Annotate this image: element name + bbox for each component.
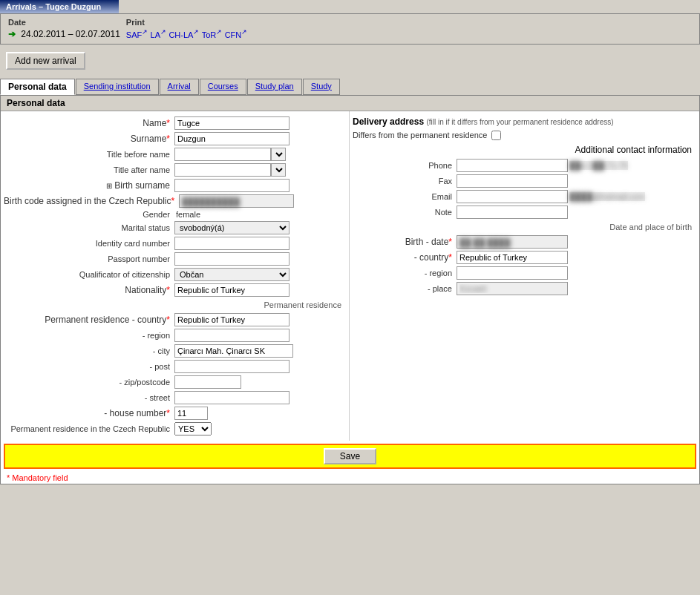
birth-code-row: Birth code assigned in the Czech Republi… bbox=[4, 194, 346, 208]
name-input[interactable] bbox=[174, 116, 290, 130]
perm-region-input[interactable] bbox=[174, 329, 290, 342]
date-value: ➔ 24.02.2011 – 02.07.2011 bbox=[5, 27, 123, 41]
tab-personal-data[interactable]: Personal data bbox=[0, 79, 75, 95]
fax-label: Fax bbox=[353, 177, 457, 185]
perm-zip-input[interactable] bbox=[174, 375, 241, 389]
nationality-input[interactable] bbox=[174, 283, 290, 297]
tor-link[interactable]: ToR bbox=[202, 30, 223, 39]
tab-study-plan[interactable]: Study plan bbox=[247, 79, 302, 95]
phone-input[interactable] bbox=[457, 159, 568, 172]
name-row: Name* bbox=[4, 116, 346, 130]
gender-label: Gender bbox=[4, 210, 174, 219]
title-before-input[interactable] bbox=[174, 148, 271, 161]
content-area: Personal data Name* Surname* Title befor… bbox=[0, 95, 700, 484]
gender-value: female bbox=[174, 210, 200, 219]
birth-place-label: - place bbox=[353, 284, 457, 293]
birth-region-label: - region bbox=[353, 269, 457, 277]
birth-country-input[interactable] bbox=[457, 251, 568, 264]
perm-cz-label: Permanent residence in the Czech Republi… bbox=[4, 424, 174, 433]
la-link[interactable]: LA bbox=[151, 30, 166, 39]
identity-card-input[interactable] bbox=[174, 237, 290, 250]
add-arrival-section: Add new arrival bbox=[0, 45, 700, 77]
title-after-select[interactable]: ▼ bbox=[271, 163, 286, 177]
birth-place-input[interactable] bbox=[457, 282, 568, 295]
title-before-row: Title before name ▼ bbox=[4, 148, 346, 161]
surname-row: Surname* bbox=[4, 132, 346, 145]
save-button[interactable]: Save bbox=[324, 448, 376, 464]
bottom-bar: Save bbox=[4, 444, 696, 469]
perm-region-label: - region bbox=[4, 331, 174, 340]
note-label: Note bbox=[353, 208, 457, 217]
birth-date-value: ██.██.████ bbox=[457, 235, 568, 249]
title-after-label: Title after name bbox=[4, 165, 174, 174]
birth-surname-row: ⊞ Birth surname bbox=[4, 179, 346, 192]
birth-country-row: - country* bbox=[353, 251, 696, 264]
saf-link[interactable]: SAF bbox=[126, 30, 148, 39]
perm-residence-header: Permanent residence bbox=[264, 300, 341, 309]
perm-house-input[interactable] bbox=[174, 407, 208, 420]
differs-checkbox[interactable] bbox=[491, 131, 501, 140]
perm-cz-select[interactable]: YES NO bbox=[174, 422, 212, 435]
print-links[interactable]: SAF LA CH-LA ToR CFN bbox=[123, 27, 250, 41]
passport-input[interactable] bbox=[174, 252, 290, 266]
differs-row: Differs from the permanent residence bbox=[353, 131, 696, 140]
marital-status-select[interactable]: svobodný(á) bbox=[174, 221, 290, 234]
arrow-icon: ➔ bbox=[8, 29, 16, 39]
add-arrival-button[interactable]: Add new arrival bbox=[6, 52, 85, 70]
nationality-row: Nationality* bbox=[4, 283, 346, 297]
title-before-select[interactable]: ▼ bbox=[271, 148, 286, 161]
note-row: Note bbox=[353, 206, 696, 219]
date-label: Date bbox=[5, 17, 123, 27]
gender-row: Gender female bbox=[4, 210, 346, 219]
cfn-link[interactable]: CFN bbox=[225, 30, 248, 39]
birth-code-label: Birth code assigned in the Czech Republi… bbox=[4, 196, 179, 206]
perm-street-label: - street bbox=[4, 393, 174, 402]
title-after-row: Title after name ▼ bbox=[4, 163, 346, 177]
birth-surname-input[interactable] bbox=[174, 179, 290, 192]
perm-house-row: - house number* bbox=[4, 407, 346, 420]
tab-sending-institution[interactable]: Sending institution bbox=[76, 79, 159, 95]
perm-country-label: Permanent residence - country* bbox=[4, 315, 174, 325]
identity-card-label: Identity card number bbox=[4, 239, 174, 248]
perm-street-input[interactable] bbox=[174, 391, 290, 404]
perm-post-label: - post bbox=[4, 362, 174, 371]
perm-country-input[interactable] bbox=[174, 313, 290, 326]
surname-input[interactable] bbox=[174, 132, 290, 145]
perm-city-input[interactable] bbox=[174, 344, 293, 358]
delivery-header: Delivery address (fill in if it differs … bbox=[353, 114, 696, 128]
perm-zip-label: - zip/postcode bbox=[4, 378, 174, 387]
email-row: Email ████@hotmail.com bbox=[353, 190, 696, 203]
birth-place-row: - place bbox=[353, 282, 696, 295]
ch-la-link[interactable]: CH-LA bbox=[169, 30, 199, 39]
print-label: Print bbox=[123, 17, 250, 27]
right-panel: Delivery address (fill in if it differs … bbox=[350, 111, 699, 441]
qualificator-select[interactable]: Občan bbox=[174, 268, 290, 281]
qualificator-select-wrap: Občan bbox=[174, 268, 290, 281]
passport-label: Passport number bbox=[4, 254, 174, 263]
marital-status-label: Marital status bbox=[4, 223, 174, 232]
email-input[interactable] bbox=[457, 190, 568, 203]
title-after-select-wrap: ▼ bbox=[174, 163, 286, 177]
birth-region-input[interactable] bbox=[457, 266, 568, 280]
email-value-display: ████@hotmail.com bbox=[569, 192, 645, 201]
perm-cz-row: Permanent residence in the Czech Republi… bbox=[4, 422, 346, 435]
left-panel: Name* Surname* Title before name ▼ bbox=[1, 111, 350, 441]
tab-study[interactable]: Study bbox=[303, 79, 340, 95]
fax-input[interactable] bbox=[457, 174, 568, 188]
identity-card-row: Identity card number bbox=[4, 237, 346, 250]
phone-value-display: ██e-1██-71-75 bbox=[569, 161, 628, 170]
birth-section-header: Date and place of birth bbox=[353, 221, 696, 233]
title-after-input[interactable] bbox=[174, 163, 271, 177]
note-input[interactable] bbox=[457, 206, 568, 219]
name-label: Name* bbox=[4, 118, 174, 128]
additional-contact-header: Additional contact information bbox=[353, 142, 696, 157]
surname-label: Surname* bbox=[4, 134, 174, 144]
email-label: Email bbox=[353, 192, 457, 201]
perm-post-input[interactable] bbox=[174, 360, 290, 373]
birth-date-label: Birth - date* bbox=[353, 237, 457, 247]
tab-courses[interactable]: Courses bbox=[200, 79, 246, 95]
tab-arrival[interactable]: Arrival bbox=[160, 79, 199, 95]
main-layout: Name* Surname* Title before name ▼ bbox=[1, 111, 699, 441]
fax-row: Fax bbox=[353, 174, 696, 188]
differs-label: Differs from the permanent residence bbox=[353, 131, 491, 139]
